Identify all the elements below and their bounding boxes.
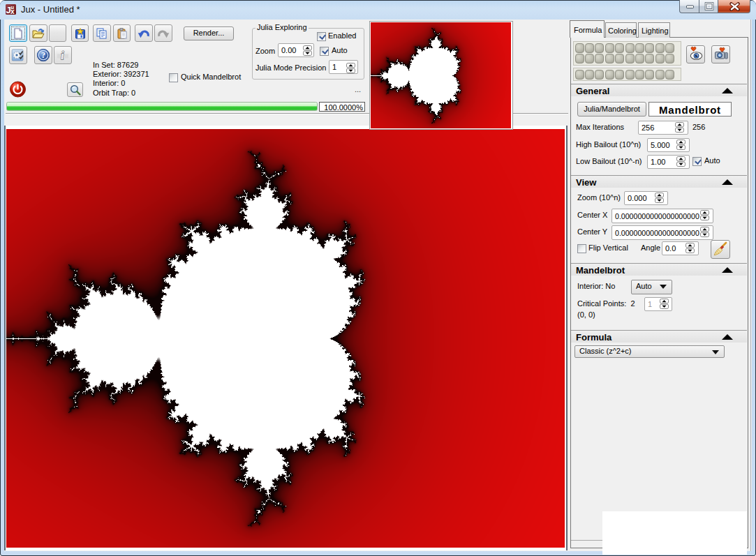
svg-text:x: x: [10, 8, 15, 15]
svg-text:i: i: [61, 49, 64, 62]
svg-text:?: ?: [41, 51, 45, 59]
